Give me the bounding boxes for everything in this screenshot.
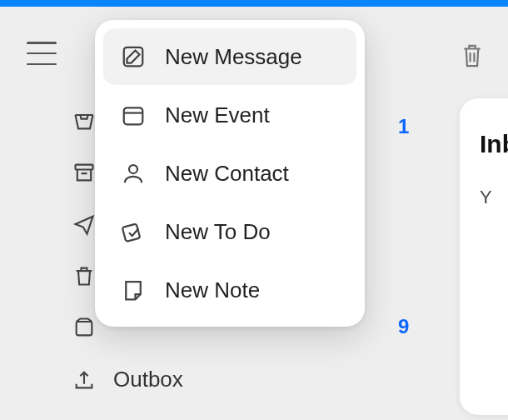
- todo-icon: [120, 218, 147, 245]
- panel-title: Inb: [480, 130, 508, 158]
- unread-badge: 9: [398, 315, 409, 338]
- unread-badge: 1: [398, 115, 409, 138]
- menu-item-new-todo[interactable]: New To Do: [103, 203, 356, 260]
- menu-item-new-event[interactable]: New Event: [103, 87, 356, 143]
- sent-icon: [72, 212, 97, 237]
- note-icon: [120, 277, 147, 303]
- svg-rect-1: [77, 322, 92, 335]
- menu-item-new-note[interactable]: New Note: [103, 262, 356, 318]
- compose-icon: [120, 43, 147, 70]
- svg-rect-4: [124, 108, 143, 124]
- svg-rect-0: [76, 165, 93, 170]
- menu-item-label: New Contact: [165, 161, 289, 187]
- menu-item-label: New Event: [165, 102, 270, 128]
- trash-icon[interactable]: [460, 42, 485, 73]
- sidebar-label: Outbox: [113, 367, 183, 392]
- menu-item-new-message[interactable]: New Message: [103, 28, 356, 85]
- spam-icon: [72, 315, 97, 340]
- toolbar: [460, 42, 485, 73]
- sidebar-item-outbox[interactable]: Outbox: [72, 367, 199, 392]
- hamburger-menu-button[interactable]: [27, 42, 57, 65]
- menu-item-label: New To Do: [165, 219, 271, 245]
- archive-icon: [72, 160, 97, 185]
- panel-subtext: Y: [480, 187, 508, 208]
- inbox-icon: [72, 108, 97, 133]
- menu-item-new-contact[interactable]: New Contact: [103, 145, 356, 202]
- content-panel: Inb Y: [460, 98, 508, 415]
- trash-icon: [72, 263, 97, 288]
- calendar-icon: [120, 102, 147, 128]
- window-titlebar: [0, 0, 508, 7]
- menu-item-label: New Note: [165, 278, 260, 303]
- outbox-icon: [72, 368, 97, 392]
- new-item-menu: New Message New Event New Contact New To…: [95, 20, 365, 327]
- svg-rect-6: [122, 224, 140, 242]
- menu-item-label: New Message: [165, 44, 302, 70]
- svg-point-5: [129, 165, 137, 173]
- contact-icon: [120, 160, 147, 187]
